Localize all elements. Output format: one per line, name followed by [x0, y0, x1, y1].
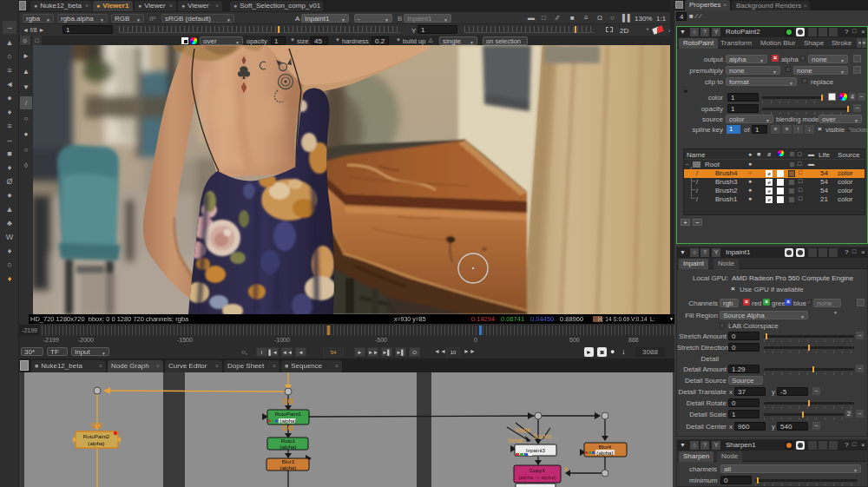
svg-text:Source: Source	[533, 433, 552, 439]
svg-text:(alpha -> alpha): (alpha -> alpha)	[518, 474, 556, 480]
svg-text:Inpaint3: Inpaint3	[526, 447, 546, 453]
svg-text:(alpha): (alpha)	[88, 440, 104, 446]
svg-text:Blur4: Blur4	[599, 444, 612, 450]
svg-text:Copy1: Copy1	[529, 467, 545, 473]
svg-text:Detail: Detail	[508, 438, 523, 444]
svg-text:(alpha): (alpha)	[596, 450, 613, 456]
svg-text:(alpha): (alpha)	[279, 418, 296, 424]
svg-text:RotoPaint2: RotoPaint2	[83, 433, 110, 439]
svg-text:RotoPaint1: RotoPaint1	[275, 411, 302, 417]
svg-text:Blur3: Blur3	[282, 458, 295, 464]
svg-text:(alpha): (alpha)	[279, 464, 296, 471]
svg-text:(alpha): (alpha)	[279, 444, 296, 450]
svg-text:Roto1: Roto1	[281, 438, 296, 444]
svg-text:Matte: Matte	[516, 427, 531, 433]
svg-text:A: A	[564, 466, 569, 472]
